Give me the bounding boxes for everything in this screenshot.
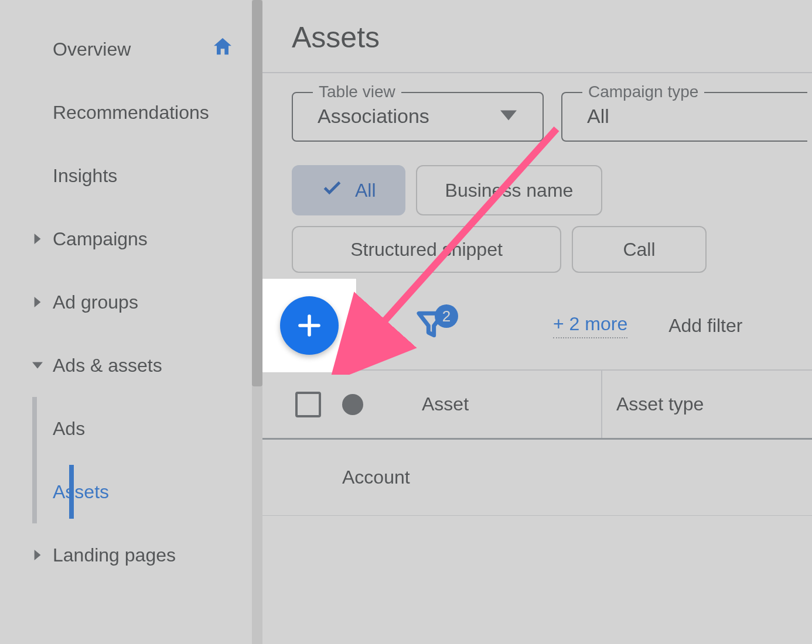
table-row[interactable]: Account [262, 440, 812, 516]
caret-right-icon [32, 550, 43, 560]
caret-right-icon [32, 297, 43, 307]
caret-right-icon [32, 234, 43, 244]
sidebar-item-label: Campaigns [53, 228, 148, 250]
chip-call[interactable]: Call [572, 226, 707, 273]
check-icon [321, 177, 343, 204]
active-indicator [69, 465, 74, 519]
sidebar-item-label: Assets [53, 481, 109, 503]
table-view-select[interactable]: Table view Associations [292, 92, 544, 142]
home-icon [211, 35, 234, 63]
sidebar-item-landing-pages[interactable]: Landing pages [0, 523, 252, 587]
field-legend: Table view [313, 83, 401, 101]
field-value: All [587, 105, 609, 128]
sidebar-item-recommendations[interactable]: Recommendations [0, 81, 252, 144]
chip-structured-snippet[interactable]: Structured snippet [292, 226, 561, 273]
chevron-down-icon [500, 107, 517, 126]
more-filters-link[interactable]: + 2 more [553, 313, 627, 338]
sidebar-subgroup: Ads Assets [32, 397, 252, 523]
sidebar-item-label: Landing pages [53, 544, 176, 566]
chip-all[interactable]: All [292, 165, 405, 215]
column-asset[interactable]: Asset [422, 393, 601, 415]
sidebar: Overview Recommendations Insights Campai… [0, 0, 252, 644]
add-button[interactable] [280, 296, 339, 355]
sidebar-item-label: Ads [53, 418, 85, 440]
field-legend: Campaign type [582, 83, 704, 101]
column-label: Asset type [616, 393, 704, 415]
field-value: Associations [318, 105, 429, 128]
filter-icon-button[interactable]: 2 [415, 308, 448, 343]
sidebar-item-insights[interactable]: Insights [0, 144, 252, 207]
select-all-checkbox[interactable] [295, 392, 321, 417]
add-filter-button[interactable]: Add filter [668, 315, 742, 337]
main-content: Assets Table view Associations Campaign … [262, 0, 812, 644]
sidebar-item-ad-groups[interactable]: Ad groups [0, 270, 252, 334]
sidebar-item-overview[interactable]: Overview [0, 18, 252, 81]
status-column-icon [342, 394, 363, 415]
sidebar-item-assets[interactable]: Assets [37, 460, 252, 523]
sidebar-item-campaigns[interactable]: Campaigns [0, 207, 252, 270]
row-asset-value: Account [342, 467, 410, 488]
chip-business-name[interactable]: Business name [416, 165, 603, 215]
sidebar-item-label: Ad groups [53, 292, 138, 313]
chip-label: Business name [445, 180, 574, 201]
controls: Table view Associations Campaign type Al… [262, 73, 812, 273]
fab-highlight [262, 279, 356, 372]
chip-label: All [355, 180, 376, 201]
sidebar-item-label: Ads & assets [53, 355, 162, 376]
sidebar-scrollbar[interactable] [252, 0, 262, 644]
filter-count-badge: 2 [435, 304, 458, 328]
sidebar-item-label: Insights [53, 165, 117, 187]
sidebar-item-ads[interactable]: Ads [37, 397, 252, 460]
chip-label: Structured snippet [350, 239, 503, 261]
campaign-type-select[interactable]: Campaign type All [561, 92, 807, 142]
page-title: Assets [262, 0, 812, 72]
filter-bar: 2 + 2 more Add filter [262, 282, 812, 369]
chip-label: Call [623, 239, 655, 261]
sidebar-item-label: Overview [53, 39, 131, 60]
sidebar-item-label: Recommendations [53, 102, 209, 124]
table-header: Asset Asset type [262, 369, 812, 440]
sidebar-item-ads-assets[interactable]: Ads & assets [0, 334, 252, 397]
caret-down-icon [32, 360, 43, 371]
column-asset-type[interactable]: Asset type [601, 371, 812, 438]
